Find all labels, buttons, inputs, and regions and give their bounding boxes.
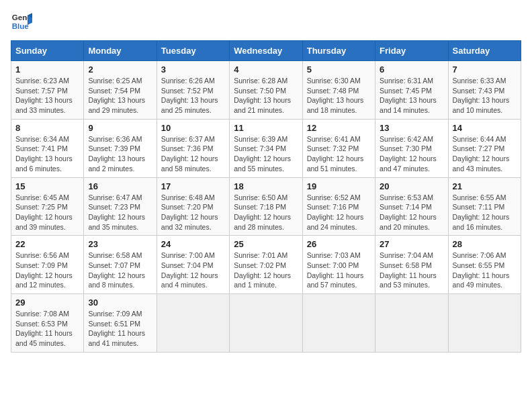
calendar-cell bbox=[448, 294, 521, 353]
day-detail: Sunrise: 7:04 AMSunset: 6:58 PMDaylight:… bbox=[380, 250, 443, 290]
day-detail: Sunrise: 6:48 AMSunset: 7:20 PMDaylight:… bbox=[161, 193, 225, 232]
col-header-thursday: Thursday bbox=[302, 41, 375, 61]
day-detail: Sunrise: 7:00 AMSunset: 7:04 PMDaylight:… bbox=[161, 250, 225, 290]
calendar-table: SundayMondayTuesdayWednesdayThursdayFrid… bbox=[11, 40, 521, 353]
day-number: 20 bbox=[380, 181, 443, 191]
col-header-saturday: Saturday bbox=[448, 41, 521, 61]
calendar-cell bbox=[157, 294, 229, 353]
calendar-cell: 26Sunrise: 7:03 AMSunset: 7:00 PMDayligh… bbox=[302, 236, 375, 294]
col-header-monday: Monday bbox=[84, 41, 157, 61]
day-detail: Sunrise: 6:50 AMSunset: 7:18 PMDaylight:… bbox=[234, 193, 298, 232]
col-header-wednesday: Wednesday bbox=[230, 41, 302, 61]
day-detail: Sunrise: 6:25 AMSunset: 7:54 PMDaylight:… bbox=[88, 76, 152, 116]
calendar-cell: 3Sunrise: 6:26 AMSunset: 7:52 PMDaylight… bbox=[157, 61, 229, 120]
calendar-row: 8Sunrise: 6:34 AMSunset: 7:41 PMDaylight… bbox=[11, 119, 521, 177]
day-detail: Sunrise: 6:56 AMSunset: 7:09 PMDaylight:… bbox=[15, 250, 79, 290]
day-number: 29 bbox=[15, 298, 79, 308]
day-number: 27 bbox=[380, 239, 443, 249]
day-detail: Sunrise: 6:52 AMSunset: 7:16 PMDaylight:… bbox=[307, 193, 371, 232]
calendar-row: 29Sunrise: 7:08 AMSunset: 6:53 PMDayligh… bbox=[11, 294, 521, 353]
day-number: 24 bbox=[161, 239, 225, 249]
calendar-cell: 30Sunrise: 7:09 AMSunset: 6:51 PMDayligh… bbox=[84, 294, 157, 353]
day-number: 3 bbox=[161, 64, 225, 75]
day-number: 7 bbox=[453, 64, 517, 75]
calendar-cell: 27Sunrise: 7:04 AMSunset: 6:58 PMDayligh… bbox=[375, 236, 448, 294]
calendar-cell: 20Sunrise: 6:53 AMSunset: 7:14 PMDayligh… bbox=[375, 177, 448, 236]
page-header: General Blue bbox=[11, 11, 521, 32]
day-detail: Sunrise: 6:23 AMSunset: 7:57 PMDaylight:… bbox=[15, 76, 79, 116]
day-detail: Sunrise: 6:31 AMSunset: 7:45 PMDaylight:… bbox=[380, 76, 443, 116]
day-number: 5 bbox=[307, 64, 371, 75]
calendar-cell: 25Sunrise: 7:01 AMSunset: 7:02 PMDayligh… bbox=[230, 236, 302, 294]
day-number: 17 bbox=[161, 181, 225, 191]
calendar-cell: 28Sunrise: 7:06 AMSunset: 6:55 PMDayligh… bbox=[448, 236, 521, 294]
calendar-cell: 15Sunrise: 6:45 AMSunset: 7:25 PMDayligh… bbox=[11, 177, 84, 236]
calendar-cell: 17Sunrise: 6:48 AMSunset: 7:20 PMDayligh… bbox=[157, 177, 229, 236]
col-header-friday: Friday bbox=[375, 41, 448, 61]
day-number: 18 bbox=[234, 181, 298, 191]
calendar-cell: 4Sunrise: 6:28 AMSunset: 7:50 PMDaylight… bbox=[230, 61, 302, 120]
logo-icon: General Blue bbox=[11, 11, 32, 32]
calendar-cell: 8Sunrise: 6:34 AMSunset: 7:41 PMDaylight… bbox=[11, 119, 84, 177]
calendar-row: 22Sunrise: 6:56 AMSunset: 7:09 PMDayligh… bbox=[11, 236, 521, 294]
calendar-row: 1Sunrise: 6:23 AMSunset: 7:57 PMDaylight… bbox=[11, 61, 521, 120]
calendar-cell: 13Sunrise: 6:42 AMSunset: 7:30 PMDayligh… bbox=[375, 119, 448, 177]
logo: General Blue bbox=[11, 11, 32, 32]
svg-text:Blue: Blue bbox=[12, 22, 30, 30]
day-number: 1 bbox=[15, 64, 79, 75]
day-number: 23 bbox=[88, 239, 152, 249]
day-number: 9 bbox=[88, 123, 152, 133]
day-detail: Sunrise: 7:03 AMSunset: 7:00 PMDaylight:… bbox=[307, 250, 371, 290]
day-detail: Sunrise: 6:37 AMSunset: 7:36 PMDaylight:… bbox=[161, 134, 225, 174]
day-detail: Sunrise: 7:09 AMSunset: 6:51 PMDaylight:… bbox=[88, 309, 152, 349]
day-number: 19 bbox=[307, 181, 371, 191]
day-detail: Sunrise: 6:30 AMSunset: 7:48 PMDaylight:… bbox=[307, 76, 371, 116]
day-number: 11 bbox=[234, 123, 298, 133]
calendar-cell: 7Sunrise: 6:33 AMSunset: 7:43 PMDaylight… bbox=[448, 61, 521, 120]
day-detail: Sunrise: 6:36 AMSunset: 7:39 PMDaylight:… bbox=[88, 134, 152, 174]
col-header-sunday: Sunday bbox=[11, 41, 84, 61]
day-detail: Sunrise: 6:39 AMSunset: 7:34 PMDaylight:… bbox=[234, 134, 298, 174]
day-detail: Sunrise: 6:28 AMSunset: 7:50 PMDaylight:… bbox=[234, 76, 298, 116]
day-detail: Sunrise: 7:01 AMSunset: 7:02 PMDaylight:… bbox=[234, 250, 298, 290]
day-detail: Sunrise: 6:42 AMSunset: 7:30 PMDaylight:… bbox=[380, 134, 443, 174]
calendar-cell: 9Sunrise: 6:36 AMSunset: 7:39 PMDaylight… bbox=[84, 119, 157, 177]
day-number: 13 bbox=[380, 123, 443, 133]
calendar-cell: 23Sunrise: 6:58 AMSunset: 7:07 PMDayligh… bbox=[84, 236, 157, 294]
calendar-cell: 22Sunrise: 6:56 AMSunset: 7:09 PMDayligh… bbox=[11, 236, 84, 294]
day-number: 22 bbox=[15, 239, 79, 249]
day-detail: Sunrise: 6:44 AMSunset: 7:27 PMDaylight:… bbox=[453, 134, 517, 174]
calendar-cell: 24Sunrise: 7:00 AMSunset: 7:04 PMDayligh… bbox=[157, 236, 229, 294]
calendar-cell bbox=[375, 294, 448, 353]
day-number: 14 bbox=[453, 123, 517, 133]
day-number: 12 bbox=[307, 123, 371, 133]
calendar-row: 15Sunrise: 6:45 AMSunset: 7:25 PMDayligh… bbox=[11, 177, 521, 236]
day-detail: Sunrise: 6:34 AMSunset: 7:41 PMDaylight:… bbox=[15, 134, 79, 174]
calendar-cell: 10Sunrise: 6:37 AMSunset: 7:36 PMDayligh… bbox=[157, 119, 229, 177]
calendar-cell: 11Sunrise: 6:39 AMSunset: 7:34 PMDayligh… bbox=[230, 119, 302, 177]
calendar-cell: 21Sunrise: 6:55 AMSunset: 7:11 PMDayligh… bbox=[448, 177, 521, 236]
calendar-cell: 6Sunrise: 6:31 AMSunset: 7:45 PMDaylight… bbox=[375, 61, 448, 120]
day-number: 15 bbox=[15, 181, 79, 191]
day-number: 26 bbox=[307, 239, 371, 249]
day-number: 4 bbox=[234, 64, 298, 75]
calendar-cell: 16Sunrise: 6:47 AMSunset: 7:23 PMDayligh… bbox=[84, 177, 157, 236]
calendar-cell: 19Sunrise: 6:52 AMSunset: 7:16 PMDayligh… bbox=[302, 177, 375, 236]
calendar-cell: 2Sunrise: 6:25 AMSunset: 7:54 PMDaylight… bbox=[84, 61, 157, 120]
calendar-cell: 5Sunrise: 6:30 AMSunset: 7:48 PMDaylight… bbox=[302, 61, 375, 120]
day-detail: Sunrise: 6:58 AMSunset: 7:07 PMDaylight:… bbox=[88, 250, 152, 290]
calendar-cell: 29Sunrise: 7:08 AMSunset: 6:53 PMDayligh… bbox=[11, 294, 84, 353]
calendar-cell: 14Sunrise: 6:44 AMSunset: 7:27 PMDayligh… bbox=[448, 119, 521, 177]
day-number: 6 bbox=[380, 64, 443, 75]
day-detail: Sunrise: 6:45 AMSunset: 7:25 PMDaylight:… bbox=[15, 193, 79, 232]
day-detail: Sunrise: 6:33 AMSunset: 7:43 PMDaylight:… bbox=[453, 76, 517, 116]
calendar-cell: 18Sunrise: 6:50 AMSunset: 7:18 PMDayligh… bbox=[230, 177, 302, 236]
day-number: 10 bbox=[161, 123, 225, 133]
calendar-cell: 12Sunrise: 6:41 AMSunset: 7:32 PMDayligh… bbox=[302, 119, 375, 177]
day-number: 21 bbox=[453, 181, 517, 191]
day-detail: Sunrise: 6:41 AMSunset: 7:32 PMDaylight:… bbox=[307, 134, 371, 174]
day-detail: Sunrise: 7:06 AMSunset: 6:55 PMDaylight:… bbox=[453, 250, 517, 290]
calendar-cell bbox=[302, 294, 375, 353]
day-detail: Sunrise: 6:26 AMSunset: 7:52 PMDaylight:… bbox=[161, 76, 225, 116]
day-number: 30 bbox=[88, 298, 152, 308]
